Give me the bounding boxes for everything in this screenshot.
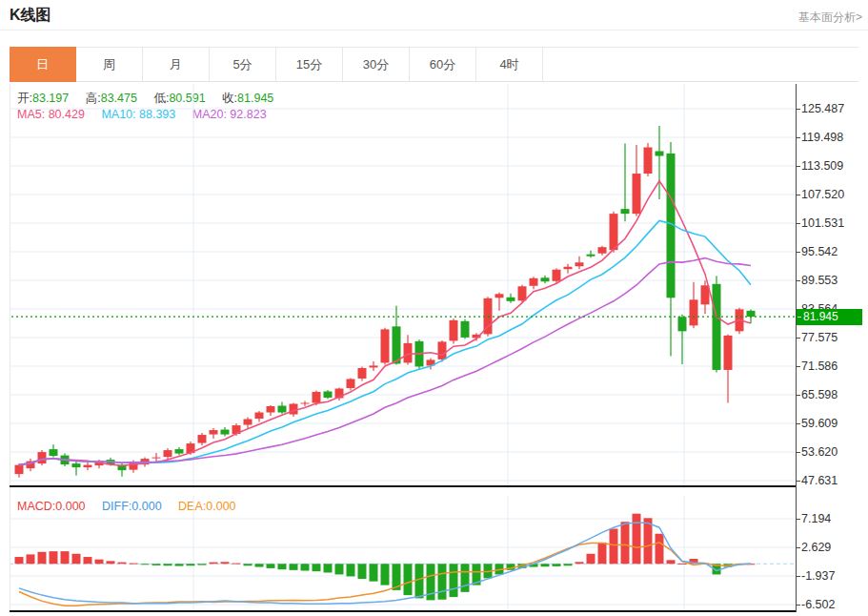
header-divider [0,30,868,31]
y-axis-label: 95.542 [801,244,838,259]
tab-m5[interactable]: 5分 [210,48,276,81]
chart-left-border [10,84,10,612]
y-axis-label: 107.520 [801,187,844,202]
y-axis-label: 47.631 [801,473,838,488]
period-tab-bar: 日周月5分15分30分60分4时 [10,47,858,82]
tab-week[interactable]: 周 [76,48,143,81]
tab-h4[interactable]: 4时 [476,48,543,81]
y-axis-label: 65.598 [801,387,838,402]
y-axis-label: 113.509 [801,158,843,174]
y-axis-label: 77.575 [801,330,838,345]
tab-m15[interactable]: 15分 [276,48,343,81]
tab-day[interactable]: 日 [10,47,76,82]
y-axis-label: 101.531 [801,216,844,231]
macd-chart[interactable] [10,496,797,612]
main-candlestick-chart[interactable] [10,84,797,488]
fundamental-analysis-link[interactable]: 基本面分析> [798,10,862,26]
y-axis-label: 125.487 [801,101,844,116]
y-axis-label: -6.502 [801,597,835,612]
y-axis-label: 89.553 [801,273,838,288]
y-axis-line [796,84,797,612]
y-axis-label: 2.629 [801,540,831,555]
macd-bottom-axis [10,610,797,612]
tab-m30[interactable]: 30分 [343,48,410,81]
tab-month[interactable]: 月 [143,48,210,81]
tab-m60[interactable]: 60分 [410,48,476,81]
main-chart-bottom-axis [10,485,797,487]
y-axis-label: 59.609 [801,416,838,431]
y-axis-label: 7.194 [801,511,831,526]
page-title: K线图 [10,6,51,26]
y-axis-label: 53.620 [801,444,838,460]
y-axis-label: 119.498 [801,130,843,145]
current-price-badge: 81.945 [797,309,862,325]
y-axis-label: -1.937 [801,568,835,584]
y-axis-label: 71.586 [801,359,838,374]
